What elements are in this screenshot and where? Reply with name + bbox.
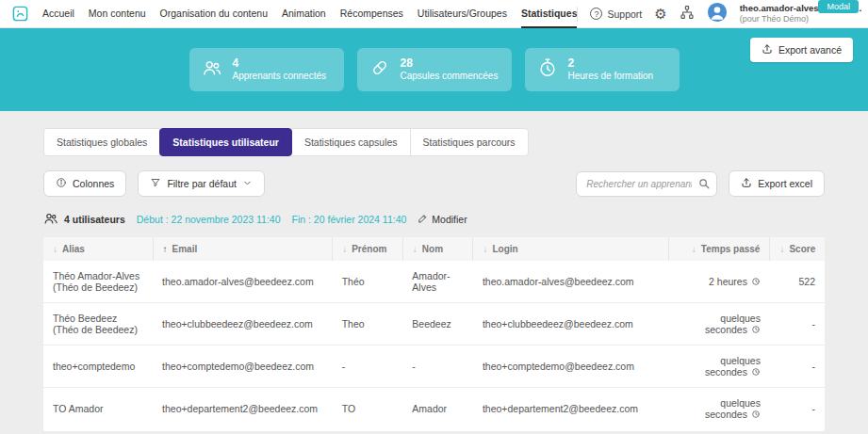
stats-banner: 4 Apprenants connectés 28 Capsules comme…: [0, 28, 868, 111]
filter-label: Filtre par défaut: [167, 178, 237, 189]
stat-value: 2: [568, 56, 654, 71]
export-advanced-button[interactable]: Export avancé: [750, 38, 853, 62]
table-cell: 522: [770, 261, 825, 303]
upload-icon: [741, 177, 752, 190]
nav-item-statistiques[interactable]: Statistiques: [521, 0, 578, 28]
users-count-label: 4 utilisateurs: [64, 214, 125, 225]
nav-item-mon-contenu[interactable]: Mon contenu: [89, 0, 146, 28]
modal-badge: Modal: [818, 0, 859, 13]
table-cell: theo+comptedemo@beedeez.com: [473, 346, 668, 388]
table-cell: 2 heures: [668, 261, 770, 303]
table-cell: Amador-Alves: [402, 261, 473, 303]
column-label: Score: [789, 244, 815, 254]
search-box: [576, 171, 717, 197]
user-avatar[interactable]: [707, 2, 728, 26]
nav-item-animation[interactable]: Animation: [282, 0, 326, 28]
table-header-row: ↓Alias↑Email↓Prénom↓Nom↓Login↓Temps pass…: [43, 237, 825, 261]
columns-button[interactable]: Colonnes: [43, 170, 126, 197]
nav-item-organisation-du-contenu[interactable]: Organisation du contenu: [160, 0, 268, 28]
stat-card-learners: 4 Apprenants connectés: [189, 48, 344, 91]
table-cell: -: [770, 346, 825, 388]
table-cell: theo+departement2@beedeez.com: [473, 388, 668, 430]
table-row[interactable]: Théo Amador-Alves (Théo de Beedeez)theo.…: [43, 261, 825, 303]
nav-item-accueil[interactable]: Accueil: [42, 0, 74, 28]
stat-card-hours: 2 Heures de formation: [525, 48, 680, 91]
org-switcher-icon[interactable]: [680, 5, 695, 24]
column-header[interactable]: ↑Email: [153, 237, 333, 261]
export-excel-button[interactable]: Export excel: [729, 170, 825, 197]
nav-item-r-compenses[interactable]: Récompenses: [340, 0, 403, 28]
sort-desc-icon: ↓: [53, 244, 57, 254]
table-cell: theo+comptedemo@beedeez.com: [153, 346, 333, 388]
filter-funnel-icon: [150, 177, 161, 190]
table-cell: TO: [333, 388, 403, 430]
modify-dates-button[interactable]: Modifier: [418, 214, 467, 226]
settings-gear-icon[interactable]: ⚙: [654, 7, 666, 21]
end-date: Fin : 20 février 2024 11:40: [292, 214, 407, 225]
sort-desc-icon: ↓: [692, 244, 696, 254]
table-cell: -: [402, 346, 473, 388]
table-cell: quelques secondes: [668, 303, 770, 346]
beedeez-logo-icon[interactable]: [11, 5, 29, 23]
table-cell: quelques secondes: [668, 388, 770, 430]
tab-statistiques-globales[interactable]: Statistiques globales: [43, 128, 160, 156]
table-body: Théo Amador-Alves (Théo de Beedeez)theo.…: [43, 261, 825, 429]
sort-desc-icon: ↓: [413, 244, 418, 254]
filter-button[interactable]: Filtre par défaut: [138, 170, 265, 197]
stats-tabs: Statistiques globalesStatistiques utilis…: [43, 128, 825, 156]
nav-item-utilisateurs-groupes[interactable]: Utilisateurs/Groupes: [418, 0, 507, 28]
user-context: (pour Théo Démo): [740, 14, 867, 24]
column-label: Nom: [422, 244, 443, 254]
help-icon: ?: [590, 8, 602, 20]
column-header[interactable]: ↓Temps passé: [668, 237, 770, 261]
stopwatch-icon: [751, 410, 761, 419]
table-cell: theo.amador-alves@beedeez.com: [153, 261, 333, 303]
stat-label: Apprenants connectés: [233, 71, 327, 83]
column-header[interactable]: ↓Alias: [43, 237, 153, 261]
divider: [577, 7, 578, 22]
users-count: 4 utilisateurs: [43, 211, 125, 228]
table-cell: Amador: [402, 388, 473, 430]
column-label: Login: [492, 244, 517, 254]
sort-desc-icon: ↓: [779, 244, 784, 254]
tab-statistiques-capsules[interactable]: Statistiques capsules: [291, 128, 411, 156]
stat-value: 4: [233, 56, 327, 71]
column-header[interactable]: ↓Nom: [402, 237, 473, 261]
table-cell: -: [333, 346, 403, 388]
support-button[interactable]: ? Support: [590, 8, 642, 20]
support-label: Support: [607, 8, 642, 20]
column-label: Alias: [62, 244, 85, 254]
table-toolbar: Colonnes Filtre par défaut: [43, 170, 825, 197]
search-input[interactable]: [576, 171, 717, 197]
column-header[interactable]: ↓Login: [473, 237, 668, 261]
stat-label: Capsules commencées: [401, 71, 499, 83]
table-row[interactable]: TO Amadortheo+departement2@beedeez.comTO…: [43, 388, 825, 430]
pencil-icon: [418, 214, 428, 226]
table-row[interactable]: Théo Beedeez (Théo de Beedeez)theo+clubb…: [43, 303, 825, 346]
table-cell: Beedeez: [402, 303, 473, 346]
stat-label: Heures de formation: [568, 71, 654, 83]
tab-statistiques-utilisateur[interactable]: Statistiques utilisateur: [159, 128, 292, 156]
table-cell: Théo: [333, 261, 403, 303]
table-row[interactable]: theo+comptedemotheo+comptedemo@beedeez.c…: [43, 346, 825, 388]
table-cell: -: [770, 388, 825, 430]
table-cell: TO Amador: [43, 388, 153, 430]
table-cell: -: [770, 303, 825, 346]
column-header[interactable]: ↓Score: [770, 237, 825, 261]
column-label: Temps passé: [701, 244, 761, 254]
column-header[interactable]: ↓Prénom: [333, 237, 403, 261]
table-cell: quelques secondes: [668, 346, 770, 388]
upload-icon: [762, 43, 773, 56]
column-label: Email: [172, 244, 198, 254]
tab-statistiques-parcours[interactable]: Statistiques parcours: [410, 128, 529, 156]
export-excel-label: Export excel: [758, 178, 812, 189]
table-cell: Théo Beedeez (Théo de Beedeez): [43, 303, 153, 346]
start-date: Début : 22 novembre 2023 11:40: [137, 214, 281, 225]
sort-asc-icon: ↑: [163, 244, 168, 254]
columns-label: Colonnes: [73, 178, 114, 189]
table-summary: 4 utilisateurs Début : 22 novembre 2023 …: [43, 211, 825, 228]
capsule-icon: [369, 57, 390, 82]
chevron-down-icon: [242, 178, 253, 190]
stopwatch-icon: [751, 367, 761, 377]
top-navbar: AccueilMon contenuOrganisation du conten…: [0, 0, 868, 28]
